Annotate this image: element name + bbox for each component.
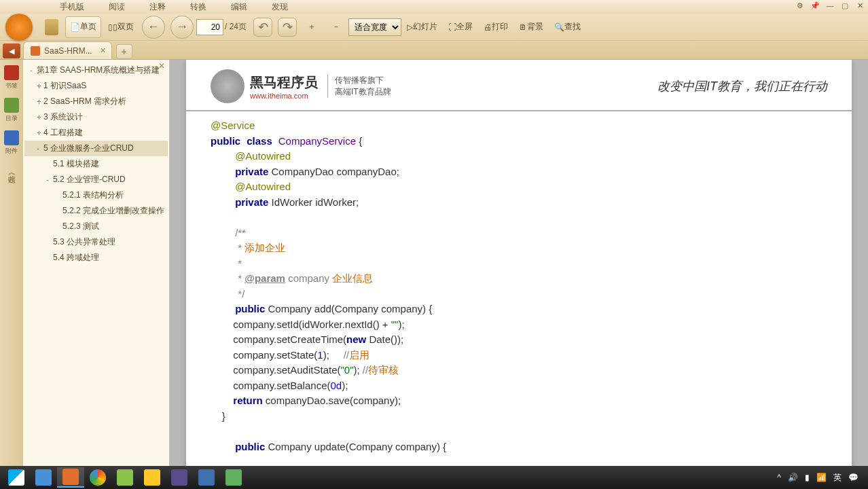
outline-item[interactable]: -5 企业微服务-企业CRUD [24,141,168,156]
toolbar: 📄单页 ▯▯双页 ← → / 24页 ↶ ↷ ＋ － 适合宽度 ▷幻灯片 ⛶全屏… [0,14,868,41]
tab-title: SaaS-HRM... [44,46,92,56]
expander-icon[interactable]: + [37,82,43,91]
menu-mobile[interactable]: 手机版 [48,1,96,13]
zoom-in-button[interactable]: ＋ [301,16,323,38]
outline-label: 5.2.1 表结构分析 [62,189,124,201]
document-tab[interactable]: SaaS-HRM... ✕ [23,41,112,59]
tray-volume-icon[interactable]: 🔊 [788,473,798,482]
page-slogan: 改变中国IT教育，我们正在行动 [657,78,827,94]
tray-wifi-icon[interactable]: 📶 [816,473,827,482]
outline-item[interactable]: 5.2.1 表结构分析 [24,187,168,203]
next-page-button[interactable]: → [170,16,194,39]
fullscreen-button[interactable]: ⛶全屏 [444,16,477,38]
zoom-out-button[interactable]: － [325,16,347,38]
redo-button[interactable]: ↷ [278,18,297,37]
tray-ime[interactable]: 英 [833,472,842,484]
single-page-button[interactable]: 📄单页 [65,16,101,38]
outline-item[interactable]: 5.2.2 完成企业增删改查操作 [24,203,168,219]
outline-label: 5.4 跨域处理 [53,252,99,264]
expander-icon[interactable]: + [37,128,43,138]
outline-item[interactable]: 5.1 模块搭建 [24,156,168,172]
taskbar-app-2[interactable] [57,467,84,488]
zoom-select[interactable]: 适合宽度 [348,18,401,36]
start-button[interactable] [3,467,30,488]
menu-annotate[interactable]: 注释 [137,1,178,13]
close-panel-icon[interactable]: ✕ [158,61,165,71]
outline-label: 4 工程搭建 [43,127,83,139]
outline-panel: ✕ -第1章 SAAS-HRM系统概述与搭建+1 初识SaaS+2 SaaS-H… [23,60,170,489]
prev-page-button[interactable]: ← [142,16,165,39]
app-logo-icon[interactable] [5,14,33,41]
side-tool-strip: 书签 目录 附件 《收起 [0,60,23,489]
outline-item[interactable]: 5.2.3 测试 [24,219,168,234]
outline-item[interactable]: +2 SaaS-HRM 需求分析 [24,94,168,109]
background-button[interactable]: 🗎背景 [515,16,547,38]
outline-label: 5.2.3 测试 [62,221,99,232]
page-header: 黑马程序员 www.itheima.com 传智播客旗下 高端IT教育品牌 改变… [186,60,852,111]
taskbar-app-1[interactable] [30,467,57,488]
minimize-icon[interactable]: — [825,1,835,11]
outline-item[interactable]: 5.4 跨域处理 [24,250,168,266]
settings-icon[interactable]: ⚙ [795,1,806,11]
taskbar-app-4[interactable] [111,467,139,488]
undo-button[interactable]: ↶ [253,18,272,37]
outline-label: 1 初识SaaS [43,80,86,92]
taskbar-explorer[interactable] [139,467,166,488]
close-icon[interactable]: ✕ [854,1,865,11]
tray-notifications-icon[interactable]: 💬 [848,473,858,482]
taskbar-app-8[interactable] [220,467,247,488]
pdf-icon [31,46,40,56]
new-tab-button[interactable]: + [116,44,132,59]
outline-item[interactable]: +1 初识SaaS [24,78,168,94]
back-button[interactable]: ◀ [3,43,20,58]
menu-discover[interactable]: 发现 [259,1,300,13]
outline-item[interactable]: -第1章 SAAS-HRM系统概述与搭建 [24,62,168,78]
print-button[interactable]: 🖨打印 [480,16,512,38]
itheima-logo-icon [211,69,245,103]
taskbar-app-7[interactable] [193,467,220,488]
outline-item[interactable]: +4 工程搭建 [24,125,168,141]
system-tray: ^ 🔊 ▮ 📶 英 💬 [777,472,865,484]
taskbar-app-6[interactable] [166,467,193,488]
outline-label: 5 企业微服务-企业CRUD [43,143,134,154]
maximize-icon[interactable]: ▢ [839,1,850,11]
menu-edit[interactable]: 编辑 [219,1,259,13]
outline-label: 第1章 SAAS-HRM系统概述与搭建 [37,65,160,76]
code-content: @Service public class CompanyService { @… [186,111,852,468]
slideshow-button[interactable]: ▷幻灯片 [403,16,441,38]
outline-label: 5.1 模块搭建 [53,158,99,170]
outline-item[interactable]: +3 系统设计 [24,109,168,125]
outline-label: 5.3 公共异常处理 [53,236,115,248]
expander-icon[interactable]: - [37,144,43,153]
open-file-button[interactable] [41,16,62,38]
menu-convert[interactable]: 转换 [178,1,219,13]
dual-page-button[interactable]: ▯▯双页 [104,16,138,38]
page-number-input[interactable] [196,19,223,35]
tray-battery-icon[interactable]: ▮ [805,473,810,482]
outline-label: 3 系统设计 [43,111,83,123]
brand-url: www.itheima.com [250,92,318,100]
document-page: 黑马程序员 www.itheima.com 传智播客旗下 高端IT教育品牌 改变… [186,60,852,489]
outline-label: 5.2.2 完成企业增删改查操作 [62,205,164,217]
outline-item[interactable]: 5.3 公共异常处理 [24,234,168,250]
outline-button[interactable]: 目录 [3,96,20,124]
find-button[interactable]: 🔍查找 [550,16,585,38]
outline-label: 2 SaaS-HRM 需求分析 [43,96,126,107]
expander-icon[interactable]: + [37,97,43,107]
tray-chevron-icon[interactable]: ^ [777,473,781,482]
expander-icon[interactable]: + [37,113,43,122]
menubar: 手机版 阅读 注释 转换 编辑 发现 [0,0,868,14]
tab-close-icon[interactable]: ✕ [100,46,106,55]
document-viewport[interactable]: 黑马程序员 www.itheima.com 传智播客旗下 高端IT教育品牌 改变… [170,60,868,489]
bookmarks-button[interactable]: 书签 [3,64,20,91]
page-total-label: / 24页 [225,21,247,33]
taskbar-chrome[interactable] [84,467,111,488]
menu-read[interactable]: 阅读 [96,1,137,13]
expander-icon[interactable]: - [46,175,53,185]
pin-icon[interactable]: 📌 [810,1,820,11]
window-controls: ⚙ 📌 — ▢ ✕ [795,1,865,11]
attachments-button[interactable]: 附件 [3,129,20,156]
workspace: 书签 目录 附件 《收起 ✕ -第1章 SAAS-HRM系统概述与搭建+1 初识… [0,60,868,489]
expander-icon[interactable]: - [30,66,37,75]
outline-item[interactable]: -5.2 企业管理-CRUD [24,172,168,187]
